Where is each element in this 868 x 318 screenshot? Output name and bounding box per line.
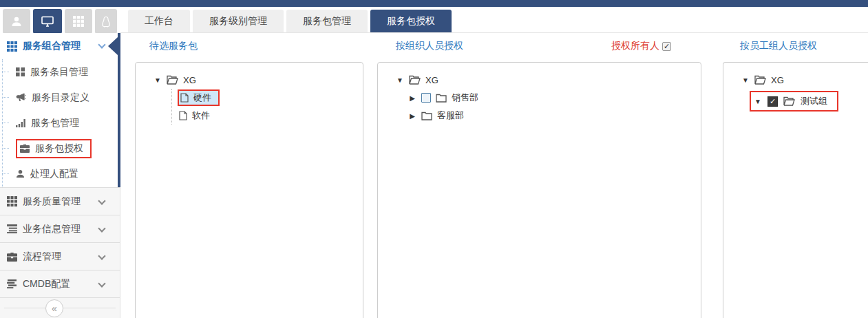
sidebar-item-service-package-mgmt[interactable]: 服务包管理: [3, 110, 120, 136]
folder-open-icon: [754, 75, 766, 85]
sidebar-group-business-info[interactable]: 业务信息管理: [0, 215, 120, 242]
document-icon: [180, 93, 189, 103]
chevron-down-icon: [98, 279, 105, 287]
tree-node-label: 软件: [192, 109, 210, 122]
panel-title-org-auth: 按组织人员授权: [396, 40, 463, 52]
monitor-icon[interactable]: [33, 9, 62, 34]
test-group-checkbox[interactable]: ✓: [768, 96, 778, 107]
chevron-down-icon: [98, 224, 105, 232]
sidebar-group-label: 业务信息管理: [23, 223, 81, 235]
megaphone-icon: [16, 93, 26, 102]
chevron-down-icon: [98, 41, 105, 48]
tree-node-label: 销售部: [452, 92, 478, 104]
available-packages-panel: ▼ XG 硬件 软件: [135, 62, 363, 318]
sidebar-item-label: 服务包授权: [35, 142, 83, 155]
tab-service-package-auth[interactable]: 服务包授权: [370, 10, 452, 32]
group-tree: ▼ XG ▼ ✓ 测试组: [730, 71, 868, 114]
folder-closed-icon: [421, 112, 432, 120]
tab-service-level-mgmt[interactable]: 服务级别管理: [193, 10, 284, 32]
top-bar: [0, 0, 868, 7]
org-auth-panel: ▼ XG ▶ 销售部 ▶ 客服部: [377, 62, 701, 318]
bar-chart-icon: [16, 118, 25, 127]
tree-node-sales-dept[interactable]: ▶ 销售部: [408, 89, 694, 107]
sidebar-group-service-quality[interactable]: 服务质量管理: [0, 187, 120, 215]
triangle-down-icon[interactable]: ▼: [754, 98, 762, 105]
sidebar-item-label: 服务条目管理: [30, 66, 88, 78]
triangle-right-icon[interactable]: ▶: [408, 94, 416, 102]
annotation-red-box: 硬件: [178, 89, 220, 106]
tree-node-hardware[interactable]: 硬件: [178, 89, 356, 107]
tab-workbench[interactable]: 工作台: [128, 10, 190, 32]
tree-node-software[interactable]: 软件: [179, 107, 356, 125]
tree-node-test-group[interactable]: ▼ ✓ 测试组: [750, 89, 868, 114]
panel-title-available-packages: 待选服务包: [149, 40, 198, 52]
tree-node-customer-service-dept[interactable]: ▶ 客服部: [408, 107, 694, 125]
tree-node-label: 客服部: [437, 109, 464, 122]
triangle-down-icon[interactable]: ▼: [741, 76, 750, 84]
tree-node-root[interactable]: ▼ XG: [741, 71, 868, 89]
authorize-all-label: 授权所有人: [611, 40, 659, 52]
sidebar-item-label: 服务包管理: [31, 117, 79, 129]
authorize-all-control: 授权所有人 ✓: [611, 40, 671, 52]
sidebar-group-cmdb-config[interactable]: CMDB配置: [0, 270, 120, 297]
package-tree: ▼ XG 硬件 软件: [142, 71, 356, 125]
penguin-icon[interactable]: [95, 9, 117, 34]
tree-node-label: XG: [425, 75, 438, 85]
tab-underline: [120, 32, 868, 33]
tree-node-root[interactable]: ▼ XG: [396, 71, 694, 89]
triangle-down-icon[interactable]: ▼: [154, 76, 162, 84]
grid-icon: [7, 196, 17, 206]
sidebar-group-label: 流程管理: [23, 251, 61, 263]
group-auth-panel: ▼ XG ▼ ✓ 测试组: [723, 62, 868, 318]
sales-dept-checkbox[interactable]: [421, 93, 431, 103]
panel-title-group-auth: 按员工组人员授权: [740, 40, 817, 52]
annotation-red-box: ▼ ✓ 测试组: [750, 91, 838, 112]
sidebar-footer: «: [0, 297, 120, 318]
list-icon: [7, 224, 17, 233]
tree-node-label: 硬件: [193, 92, 211, 104]
org-tree: ▼ XG ▶ 销售部 ▶ 客服部: [385, 71, 694, 125]
sidebar: 服务组合管理 服务条目管理 服务目录定义 服务包管理: [0, 33, 120, 318]
triangle-down-icon[interactable]: ▼: [396, 76, 404, 84]
person-icon: [16, 169, 25, 178]
grid-icon: [7, 41, 17, 52]
sidebar-item-service-package-auth[interactable]: 服务包授权: [3, 136, 120, 161]
sidebar-item-label: 服务目录定义: [32, 92, 89, 104]
folder-open-icon: [783, 96, 795, 106]
sidebar-group-label: 服务质量管理: [23, 195, 81, 208]
sidebar-collapsed-groups: 服务质量管理 业务信息管理 流程管理 CMDB配置: [0, 187, 120, 297]
tree-node-root[interactable]: ▼ XG: [154, 71, 356, 89]
folder-open-icon: [167, 75, 178, 85]
tab-bar: 工作台 服务级别管理 服务包管理 服务包授权: [128, 10, 452, 32]
tree-node-label: XG: [771, 75, 784, 85]
sidebar-group-process-mgmt[interactable]: 流程管理: [0, 242, 120, 270]
briefcase-icon: [20, 144, 30, 153]
lines-icon: [7, 279, 17, 288]
app-icon-bar: [0, 7, 120, 33]
tree-node-label: 测试组: [801, 95, 827, 107]
blocks-icon: [16, 67, 25, 76]
folder-closed-icon: [436, 94, 447, 103]
sidebar-item-service-entry-mgmt[interactable]: 服务条目管理: [3, 59, 120, 85]
folder-open-icon: [409, 75, 421, 85]
sidebar-item-label: 处理人配置: [30, 168, 78, 180]
sidebar-item-handler-config[interactable]: 处理人配置: [3, 161, 120, 187]
chevron-down-icon: [98, 252, 105, 259]
tree-node-label: XG: [183, 75, 196, 85]
sidebar-submenu: 服务条目管理 服务目录定义 服务包管理 服务包授权: [2, 59, 120, 187]
triangle-right-icon[interactable]: ▶: [408, 112, 416, 120]
sidebar-item-service-catalog-def[interactable]: 服务目录定义: [3, 85, 120, 110]
briefcase-icon: [7, 252, 17, 262]
sidebar-group-service-portfolio[interactable]: 服务组合管理: [0, 33, 120, 59]
annotation-red-box: 服务包授权: [16, 139, 92, 158]
sidebar-group-label: 服务组合管理: [23, 40, 81, 52]
sidebar-collapse-button[interactable]: «: [45, 299, 63, 317]
authorize-all-checkbox[interactable]: ✓: [662, 42, 671, 51]
sidebar-group-label: CMDB配置: [23, 278, 70, 290]
grid-icon[interactable]: [65, 9, 92, 34]
chevron-down-icon: [98, 197, 105, 204]
user-icon[interactable]: [3, 9, 30, 34]
tab-service-package-mgmt[interactable]: 服务包管理: [286, 10, 368, 32]
document-icon: [179, 111, 187, 120]
